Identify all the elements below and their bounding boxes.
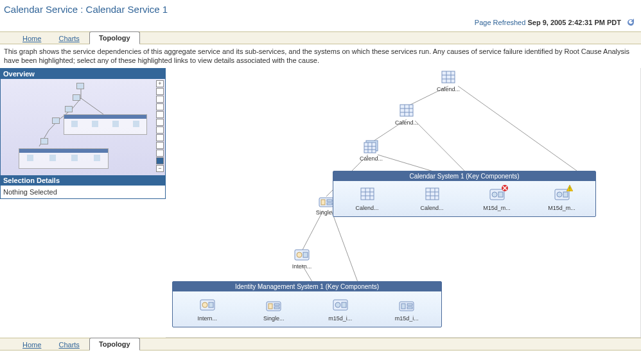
zoom-step-5[interactable] [156,119,164,126]
group-item-calend-a[interactable]: Calend... [345,187,390,211]
group-item-m15di-b[interactable]: m15d_i... [384,298,429,322]
module-icon [319,194,334,208]
zoom-step-7[interactable] [156,134,164,141]
selection-header: Selection Details [1,175,165,186]
svg-point-42 [492,192,497,197]
zoom-in-button[interactable]: + [156,80,164,87]
title-name: Calendar Service 1 [86,4,168,15]
warning-badge-icon [566,185,573,191]
minimap-node [76,83,84,89]
svg-line-4 [415,121,468,174]
group-item-label: Intern... [185,315,230,322]
grid-icon [424,187,441,203]
node-calend-1[interactable]: Calend... [429,71,468,92]
group-item-intern[interactable]: Intern... [185,298,230,322]
tabbar-top: Home Charts Topology [0,31,641,44]
group-item-m15d-a[interactable]: M15d_m... [475,187,520,211]
svg-rect-19 [364,143,376,153]
zoom-controls: + − [156,80,164,172]
svg-rect-58 [274,304,279,306]
minimap-group-1 [64,114,147,135]
svg-rect-31 [361,188,374,200]
group-calendar-system[interactable]: Calendar System 1 (Key Components) Calen… [333,171,596,217]
module-icon [398,298,415,313]
svg-point-54 [202,302,207,308]
group-item-calend-b[interactable]: Calend... [410,187,455,211]
group-item-label: m15d_i... [384,315,429,322]
refresh-icon[interactable] [626,17,636,29]
tab-home-bottom[interactable]: Home [15,339,49,349]
zoom-step-2[interactable] [156,96,164,103]
svg-rect-30 [303,252,308,257]
svg-rect-8 [442,71,455,83]
group-item-label: m15d_i... [318,315,363,322]
zoom-current[interactable] [156,157,164,164]
tabbar-bottom: Home Charts Topology [0,338,641,351]
group-identity-system[interactable]: Identity Management System 1 (Key Compon… [172,281,442,327]
node-label: Intern... [283,263,321,270]
error-badge-icon [502,185,508,191]
zoom-step-3[interactable] [156,103,164,110]
group-item-label: Single... [251,315,296,322]
selection-value: Nothing Selected [1,186,165,198]
svg-rect-62 [342,302,346,308]
svg-rect-49 [563,192,568,197]
group-body: Intern... Single... m15d_i... [173,291,441,327]
refresh-timestamp: Sep 9, 2005 2:42:31 PM PDT [527,19,621,26]
svg-rect-65 [407,304,412,306]
zoom-step-4[interactable] [156,111,164,118]
group-item-m15d-b[interactable]: M15d_m... [540,187,584,211]
zoom-step-1[interactable] [156,88,164,95]
svg-line-5 [302,211,323,251]
group-item-label: M15d_m... [475,205,520,211]
page-title: Calendar Service : Calendar Service 1 [0,0,641,16]
tab-charts[interactable]: Charts [51,33,87,42]
description-text: This graph shows the service dependencie… [0,44,641,68]
component-icon [554,187,570,203]
svg-point-61 [335,302,340,308]
minimap-node [52,117,60,124]
component-icon [489,187,505,203]
tab-topology-active-bottom[interactable]: Topology [89,338,140,351]
refresh-bar: Page Refreshed Sep 9, 2005 2:42:31 PM PD… [0,16,641,31]
svg-line-6 [331,211,358,284]
tab-home[interactable]: Home [15,33,49,42]
group-item-label: Calend... [345,205,390,211]
svg-rect-57 [268,304,272,309]
component-icon [199,298,216,313]
minimap-group-2 [19,148,109,169]
svg-rect-66 [407,307,412,309]
svg-rect-59 [274,307,279,309]
component-icon [332,298,349,313]
zoom-step-9[interactable] [156,150,164,157]
zoom-step-8[interactable] [156,142,164,149]
zoom-step-6[interactable] [156,126,164,134]
grid-stack-icon [364,140,379,154]
title-prefix: Calendar Service : [4,4,86,15]
group-item-m15di-a[interactable]: m15d_i... [318,298,363,322]
group-item-single[interactable]: Single... [251,298,296,322]
group-item-label: Calend... [410,205,455,211]
overview-minimap[interactable]: + − [1,79,165,175]
sidebar: Overview + − [0,68,166,199]
minimap-node [40,138,48,144]
group-item-label: M15d_m... [540,205,584,211]
group-title: Calendar System 1 (Key Components) [333,171,595,181]
svg-rect-52 [569,190,570,191]
svg-rect-36 [426,188,439,200]
tab-charts-bottom[interactable]: Charts [51,339,87,349]
component-icon [294,248,310,262]
svg-point-29 [297,252,302,257]
zoom-out-button[interactable]: − [156,165,164,172]
topology-canvas[interactable]: Calend... Calend... Calend... Single... [166,68,641,338]
module-icon [265,298,282,313]
node-intern[interactable]: Intern... [283,248,321,270]
svg-rect-43 [498,192,503,197]
grid-icon [359,187,376,203]
node-calend-3[interactable]: Calend... [352,140,391,162]
tab-topology-active[interactable]: Topology [89,31,140,44]
minimap-node [73,94,80,101]
node-calend-2[interactable]: Calend... [387,104,426,126]
node-label: Calend... [352,155,391,162]
svg-rect-64 [401,304,405,309]
